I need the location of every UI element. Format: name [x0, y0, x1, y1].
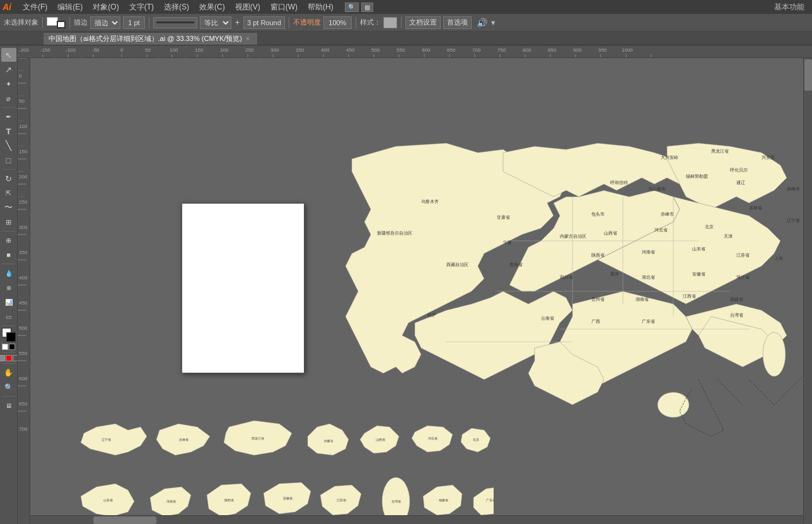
tool-sep-8 — [2, 396, 16, 397]
svg-text:800: 800 — [523, 47, 531, 53]
svg-text:黑龙江省: 黑龙江省 — [252, 436, 264, 440]
svg-text:呼和浩特: 呼和浩特 — [610, 180, 628, 185]
artboard-page — [182, 203, 304, 373]
svg-text:浙江省: 浙江省 — [736, 275, 750, 279]
background-color[interactable] — [6, 332, 16, 342]
svg-text:赤峰市: 赤峰市 — [661, 212, 674, 216]
round-cap-label: 3 pt Round — [247, 19, 281, 26]
svg-text:台湾省: 台湾省 — [392, 499, 401, 503]
hand-tool-btn[interactable]: ✋ — [1, 366, 16, 380]
svg-text:云南省: 云南省 — [541, 316, 554, 320]
fill-stroke-swatches[interactable] — [47, 16, 66, 30]
ruler-left: 0 50 100 150 200 250 300 350 400 450 500… — [18, 58, 30, 524]
line-tool-btn[interactable]: ╲ — [1, 139, 16, 153]
warp-tool-btn[interactable]: 〜 — [1, 201, 16, 214]
swap-color-btn[interactable] — [9, 344, 15, 350]
menu-edit[interactable]: 编辑(E) — [52, 1, 88, 14]
china-mainland-group: 呼伦贝尔 兴安盟 赤峰市 通辽 锡林郭勒盟 乌兰察布 呼和浩特 大兴安岭 黑龙江… — [345, 143, 806, 436]
toolbar-sep-5 — [356, 17, 356, 28]
eyedropper-tool-btn[interactable]: 💧 — [1, 266, 16, 280]
zoom-tool-btn[interactable]: 🔍 — [1, 380, 16, 394]
lasso-tool-btn[interactable]: ⌀ — [1, 91, 16, 105]
svg-text:-50: -50 — [92, 47, 100, 53]
svg-text:内蒙古: 内蒙古 — [324, 439, 334, 443]
rotate-tool-btn[interactable]: ↻ — [1, 172, 16, 185]
menu-bar: Ai 文件(F) 编辑(E) 对象(O) 文字(T) 选择(S) 效果(C) 视… — [0, 0, 812, 14]
tab-close-btn[interactable]: × — [246, 35, 250, 42]
blend-tool-btn[interactable]: ⊗ — [1, 281, 16, 294]
preferences-btn[interactable]: 首选项 — [443, 16, 472, 29]
tool-sep-6 — [2, 352, 16, 352]
normal-mode-btn[interactable] — [0, 355, 5, 361]
opacity-input[interactable] — [323, 16, 352, 29]
round-cap-btn[interactable]: 3 pt Round — [243, 16, 285, 29]
menu-text[interactable]: 文字(T) — [124, 1, 159, 14]
search-widget[interactable]: 🔍 — [345, 3, 359, 12]
menu-view[interactable]: 视图(V) — [230, 1, 265, 14]
type-tool-btn[interactable]: T — [1, 124, 16, 138]
shape-builder-tool-btn[interactable]: ⊕ — [1, 233, 16, 247]
svg-text:300: 300 — [19, 224, 28, 230]
svg-text:河北省: 河北省 — [428, 436, 438, 440]
document-tab[interactable]: 中国地图（ai格式分层详细到区域）.ai @ 33.33% (CMYK/预览) … — [43, 32, 258, 45]
menu-select[interactable]: 选择(S) — [159, 1, 194, 14]
svg-text:950: 950 — [598, 47, 607, 53]
ruler-top-svg: -200 -150 -100 -50 0 50 100 150 200 250 … — [18, 45, 812, 58]
scrollbar-bottom-thumb[interactable] — [93, 516, 156, 524]
menu-file[interactable]: 文件(F) — [18, 1, 52, 14]
magic-wand-tool-btn[interactable]: ✦ — [1, 77, 16, 91]
scale-tool-btn[interactable]: ⇱ — [1, 186, 16, 200]
svg-text:辽宁省: 辽宁省 — [102, 438, 111, 441]
svg-text:600: 600 — [19, 376, 28, 381]
menu-window[interactable]: 窗口(W) — [265, 1, 303, 14]
svg-text:重庆: 重庆 — [610, 272, 619, 276]
svg-text:500: 500 — [371, 47, 380, 53]
gradient-tool-btn[interactable]: ■ — [1, 248, 16, 262]
panel-toggle[interactable]: ▦ — [361, 3, 373, 12]
scrollbar-right[interactable] — [803, 58, 812, 524]
color-swatches[interactable] — [2, 328, 16, 342]
toolbar-sep-6 — [401, 17, 402, 28]
direct-selection-tool-btn[interactable]: ↗ — [1, 62, 16, 76]
svg-text:0: 0 — [120, 47, 124, 53]
selection-tool-btn[interactable]: ↖ — [1, 48, 16, 62]
svg-text:台湾省: 台湾省 — [730, 313, 743, 317]
monitor-btn[interactable]: 🖥 — [1, 399, 16, 412]
svg-text:安徽省: 安徽省 — [692, 272, 705, 277]
svg-text:450: 450 — [346, 47, 355, 53]
stroke-swatch[interactable] — [57, 21, 66, 28]
svg-text:400: 400 — [321, 47, 330, 53]
stroke-line-preview[interactable] — [153, 17, 197, 28]
stroke-type-select[interactable]: 描边 — [90, 16, 120, 29]
toolbox: ↖ ↗ ✦ ⌀ ✒ T ╲ □ ↻ ⇱ 〜 ⊞ ⊕ ■ 💧 ⊗ 📊 ▭ ✋ 🔍 … — [0, 45, 18, 524]
speaker-icon: 🔊 — [477, 18, 487, 28]
menu-object[interactable]: 对象(O) — [88, 1, 124, 14]
svg-text:400: 400 — [19, 275, 28, 281]
doc-settings-btn[interactable]: 文档设置 — [405, 16, 441, 29]
svg-text:1000: 1000 — [622, 47, 633, 53]
pen-tool-btn[interactable]: ✒ — [1, 110, 16, 124]
svg-text:江苏省: 江苏省 — [736, 253, 750, 257]
rectangle-tool-btn[interactable]: □ — [1, 153, 16, 167]
scrollbar-bottom[interactable] — [30, 515, 803, 524]
svg-text:吉林省: 吉林省 — [179, 438, 188, 441]
preview-mode-btn[interactable] — [13, 355, 18, 361]
graph-tool-btn[interactable]: 📊 — [1, 295, 16, 309]
stroke-equal-select[interactable]: 等比 — [200, 16, 231, 29]
free-transform-tool-btn[interactable]: ⊞ — [1, 215, 16, 229]
menu-effect[interactable]: 效果(C) — [194, 1, 230, 14]
stroke-width-input[interactable] — [123, 16, 145, 29]
svg-text:550: 550 — [397, 47, 405, 53]
ruler-left-svg: 0 50 100 150 200 250 300 350 400 450 500… — [18, 58, 30, 524]
style-label: 样式： — [360, 18, 381, 27]
svg-text:辽宁省: 辽宁省 — [787, 218, 800, 223]
mask-mode-btn[interactable] — [6, 355, 12, 361]
scrollbar-right-thumb[interactable] — [804, 59, 812, 91]
toolbar: 未选择对象 描边 描边 等比 + 3 pt Round 不透明度 样式： 文档设… — [0, 14, 812, 32]
menu-help[interactable]: 帮助(H) — [303, 1, 339, 14]
none-color-btn[interactable] — [2, 344, 8, 350]
style-swatch[interactable] — [383, 17, 397, 28]
svg-marker-161 — [81, 424, 147, 455]
artboard-tool-btn[interactable]: ▭ — [1, 310, 16, 323]
svg-text:550: 550 — [19, 351, 28, 356]
